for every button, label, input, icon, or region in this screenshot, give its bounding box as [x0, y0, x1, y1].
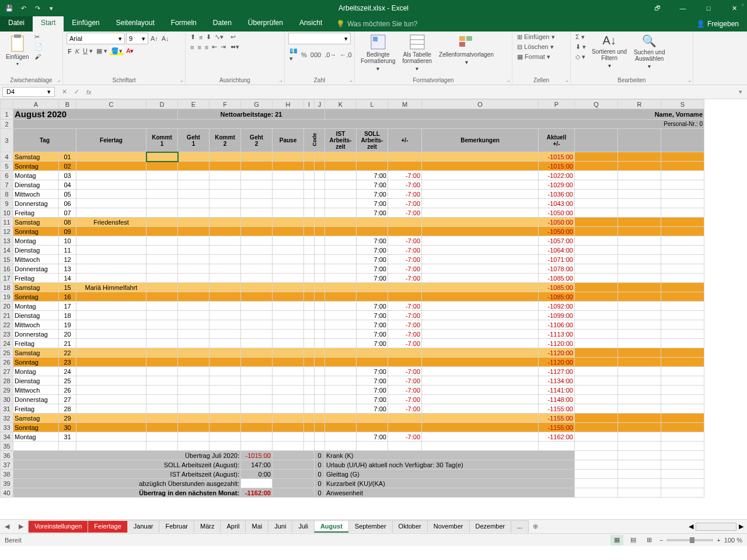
- cell[interactable]: [304, 376, 315, 386]
- cell-bem[interactable]: [422, 218, 539, 227]
- row-header-14[interactable]: 14: [1, 246, 13, 255]
- cell-day[interactable]: Freitag: [13, 274, 59, 283]
- cell[interactable]: [304, 264, 315, 274]
- cell[interactable]: [304, 339, 315, 348]
- row-header-38[interactable]: 38: [1, 470, 13, 479]
- cell-feiertag[interactable]: Friedensfest: [76, 218, 146, 227]
- cell-daynum[interactable]: 17: [59, 302, 76, 311]
- cell-daynum[interactable]: 24: [59, 367, 76, 376]
- cell[interactable]: [304, 311, 315, 320]
- cell[interactable]: [315, 367, 325, 376]
- align-bottom-button[interactable]: ⬇: [205, 33, 212, 41]
- cell[interactable]: [304, 320, 315, 330]
- cell-feiertag[interactable]: [76, 236, 146, 246]
- row-header-40[interactable]: 40: [1, 488, 13, 498]
- cell-ist[interactable]: [325, 190, 357, 199]
- cell-d23[interactable]: [146, 330, 178, 339]
- cell[interactable]: [241, 292, 273, 302]
- paste-button[interactable]: Einfügen▾: [4, 33, 31, 68]
- cell-day[interactable]: Donnerstag: [13, 264, 59, 274]
- cell[interactable]: [315, 292, 325, 302]
- cell[interactable]: [241, 255, 273, 264]
- cell-ist[interactable]: [325, 432, 357, 442]
- cell-soll[interactable]: 7:00: [357, 367, 388, 376]
- cell-feiertag[interactable]: [76, 199, 146, 208]
- collapse-ribbon-button[interactable]: ʌ: [741, 1, 745, 8]
- cell[interactable]: [315, 171, 325, 180]
- cell-akt[interactable]: -1141:00: [539, 386, 575, 395]
- row-header-13[interactable]: 13: [1, 236, 13, 246]
- cell-daynum[interactable]: 10: [59, 236, 76, 246]
- cell[interactable]: [304, 199, 315, 208]
- cell[interactable]: [273, 208, 304, 218]
- cell[interactable]: [210, 339, 241, 348]
- cell-day[interactable]: Donnerstag: [13, 395, 59, 404]
- cell-akt[interactable]: -1113:00: [539, 330, 575, 339]
- cell-daynum[interactable]: 16: [59, 292, 76, 302]
- cell[interactable]: [304, 358, 315, 367]
- cell-day[interactable]: Samstag: [13, 218, 59, 227]
- cell-day[interactable]: Montag: [13, 432, 59, 442]
- conditional-format-button[interactable]: Bedingte Formatierung▾: [358, 33, 397, 73]
- sheet-tab-märz[interactable]: März: [194, 520, 221, 533]
- cell-daynum[interactable]: 28: [59, 404, 76, 414]
- cell[interactable]: [210, 246, 241, 255]
- cell-pm[interactable]: -7:00: [388, 320, 422, 330]
- autosum-button[interactable]: Σ ▾: [574, 33, 587, 41]
- cell[interactable]: [304, 236, 315, 246]
- cell-soll[interactable]: 7:00: [357, 339, 388, 348]
- save-button[interactable]: 💾: [5, 4, 14, 13]
- cell[interactable]: [273, 246, 304, 255]
- cell[interactable]: [241, 264, 273, 274]
- cell-pm[interactable]: [388, 414, 422, 423]
- cell-day[interactable]: Sonntag: [13, 162, 59, 171]
- cell-day[interactable]: Sonntag: [13, 358, 59, 367]
- cell[interactable]: [210, 274, 241, 283]
- cell-ist[interactable]: [325, 162, 357, 171]
- tab-formulas[interactable]: Formeln: [163, 16, 205, 32]
- cell[interactable]: [210, 152, 241, 162]
- cell-d26[interactable]: [146, 358, 178, 367]
- cell-pm[interactable]: -7:00: [388, 180, 422, 190]
- insert-cells-button[interactable]: ⊞ Einfügen ▾: [516, 33, 556, 41]
- cell-d15[interactable]: [146, 255, 178, 264]
- cell[interactable]: [178, 292, 210, 302]
- name-box[interactable]: D4▾: [2, 87, 55, 97]
- cell-daynum[interactable]: 19: [59, 320, 76, 330]
- hscroll-right[interactable]: ▶: [739, 523, 743, 530]
- cell[interactable]: [241, 180, 273, 190]
- cell-d13[interactable]: [146, 236, 178, 246]
- cell-ist[interactable]: [325, 246, 357, 255]
- cell-bem[interactable]: [422, 320, 539, 330]
- decrease-decimal-button[interactable]: ←.0: [338, 51, 352, 59]
- sheet-tab-...[interactable]: ...: [511, 520, 529, 533]
- cell[interactable]: [178, 348, 210, 358]
- cell-d33[interactable]: [146, 423, 178, 432]
- cell[interactable]: [304, 283, 315, 292]
- col-header-K[interactable]: K: [325, 100, 357, 109]
- cell-day[interactable]: Dienstag: [13, 376, 59, 386]
- cell-akt[interactable]: -1043:00: [539, 199, 575, 208]
- cell[interactable]: [241, 302, 273, 311]
- summary-value[interactable]: -1162:00: [241, 488, 273, 498]
- align-middle-button[interactable]: ≡: [198, 33, 204, 41]
- row-header-6[interactable]: 6: [1, 171, 13, 180]
- cell[interactable]: [241, 190, 273, 199]
- cell-daynum[interactable]: 23: [59, 358, 76, 367]
- cell-d18[interactable]: [146, 283, 178, 292]
- cell-feiertag[interactable]: [76, 255, 146, 264]
- cell-akt[interactable]: -1120:00: [539, 339, 575, 348]
- cell-soll[interactable]: [357, 227, 388, 236]
- cell-soll[interactable]: 7:00: [357, 311, 388, 320]
- col-header-C[interactable]: C: [76, 100, 146, 109]
- cell[interactable]: [210, 404, 241, 414]
- cell[interactable]: [273, 227, 304, 236]
- cell-bem[interactable]: [422, 404, 539, 414]
- cell-feiertag[interactable]: [76, 432, 146, 442]
- cell-pm[interactable]: -7:00: [388, 274, 422, 283]
- maximize-button[interactable]: □: [696, 0, 721, 16]
- row-header-9[interactable]: 9: [1, 199, 13, 208]
- cell[interactable]: [210, 162, 241, 171]
- cell[interactable]: [210, 171, 241, 180]
- formula-input[interactable]: [97, 89, 733, 96]
